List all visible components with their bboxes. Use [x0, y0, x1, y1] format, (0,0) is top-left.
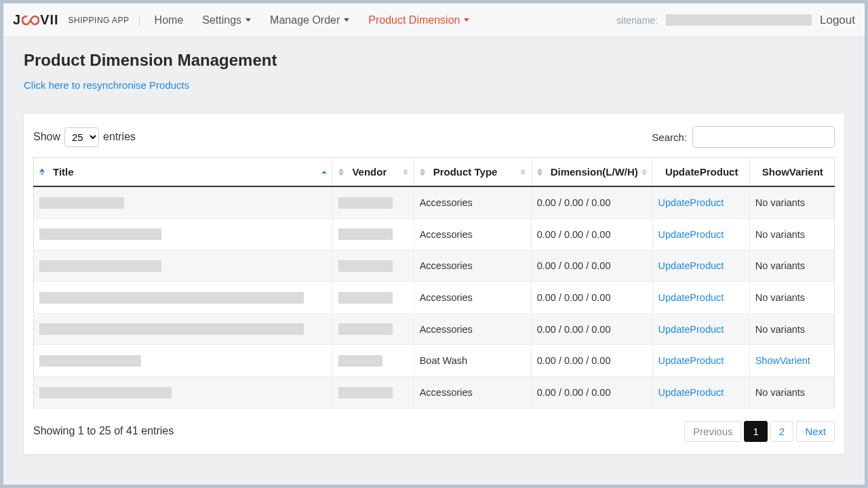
title-redacted — [39, 260, 161, 272]
vendor-redacted — [338, 260, 393, 272]
search-input[interactable] — [692, 126, 835, 148]
col-dim[interactable]: Dimension(L/W/H) — [531, 158, 652, 187]
nav-manage-order-label: Manage Order — [270, 14, 340, 26]
cell-product-type: Boat Wash — [414, 345, 531, 377]
col-show-variant-label: ShowVarient — [762, 166, 823, 178]
page-2[interactable]: 2 — [770, 421, 793, 442]
sort-icon — [537, 168, 542, 176]
col-update: UpdateProduct — [652, 158, 749, 187]
entries-info: Showing 1 to 25 of 41 entries — [33, 425, 174, 437]
sort-both-icon — [403, 169, 408, 175]
title-redacted — [39, 292, 304, 304]
cell-vendor — [333, 313, 414, 345]
chevron-down-icon — [245, 18, 251, 22]
logo-infinity-icon — [22, 15, 39, 26]
cell-variant: No variants — [749, 250, 834, 282]
cell-vendor — [333, 218, 414, 250]
nav-links: Home Settings Manage Order Product Dimen… — [146, 9, 478, 32]
vendor-redacted — [338, 323, 393, 335]
cell-vendor — [333, 377, 414, 409]
col-vendor[interactable]: Vendor — [333, 158, 414, 187]
update-product-link[interactable]: UpdateProduct — [652, 345, 749, 377]
page-prev[interactable]: Previous — [684, 421, 741, 442]
sort-icon — [39, 168, 45, 176]
cell-product-type: Accessories — [414, 313, 531, 345]
chevron-down-icon — [464, 18, 469, 22]
cell-title — [34, 313, 333, 345]
chevron-down-icon — [344, 18, 349, 22]
sort-icon — [338, 168, 344, 176]
nav-settings[interactable]: Settings — [194, 9, 259, 32]
vendor-redacted — [338, 228, 393, 240]
cell-title — [34, 186, 333, 218]
resync-link[interactable]: Click here to resynchronise Products — [24, 79, 844, 91]
update-product-link[interactable]: UpdateProduct — [652, 313, 749, 345]
col-title-label: Title — [53, 166, 74, 178]
page-next[interactable]: Next — [796, 421, 835, 442]
cell-product-type: Accessories — [414, 250, 531, 282]
sort-asc-icon — [321, 171, 327, 174]
vendor-redacted — [338, 292, 393, 304]
title-redacted — [39, 355, 141, 367]
col-title[interactable]: Title — [34, 158, 333, 187]
vendor-redacted — [338, 355, 382, 367]
title-redacted — [39, 387, 172, 399]
show-entries: Show 25 entries — [33, 127, 136, 147]
title-redacted — [39, 323, 304, 335]
update-product-link[interactable]: UpdateProduct — [652, 282, 749, 314]
update-product-link[interactable]: UpdateProduct — [652, 377, 749, 409]
table-row: Boat Wash0.00 / 0.00 / 0.00UpdateProduct… — [34, 345, 835, 377]
cell-title — [34, 282, 333, 314]
sitename-label: sitename: — [616, 15, 658, 26]
cell-dimension: 0.00 / 0.00 / 0.00 — [531, 313, 652, 345]
vendor-redacted — [338, 387, 393, 399]
table-card: Show 25 entries Search: — [24, 114, 844, 454]
entries-select[interactable]: 25 — [64, 127, 99, 147]
show-variant-link[interactable]: ShowVarient — [749, 345, 834, 377]
table-row: Accessories0.00 / 0.00 / 0.00UpdateProdu… — [34, 377, 835, 409]
app-label: SHIPPING APP — [68, 16, 140, 25]
logo: J VII — [13, 12, 59, 28]
cell-variant: No variants — [749, 377, 834, 409]
cell-dimension: 0.00 / 0.00 / 0.00 — [531, 345, 652, 377]
cell-variant: No variants — [749, 218, 834, 250]
sort-both-icon — [520, 169, 526, 175]
cell-product-type: Accessories — [414, 186, 531, 218]
cell-vendor — [333, 250, 414, 282]
cell-title — [34, 250, 333, 282]
nav-home[interactable]: Home — [146, 9, 192, 32]
update-product-link[interactable]: UpdateProduct — [652, 250, 749, 282]
title-redacted — [39, 228, 161, 240]
cell-vendor — [333, 186, 414, 218]
cell-product-type: Accessories — [414, 282, 531, 314]
col-vendor-label: Vendor — [352, 166, 387, 178]
cell-vendor — [333, 345, 414, 377]
sort-both-icon — [642, 169, 647, 175]
table-row: Accessories0.00 / 0.00 / 0.00UpdateProdu… — [34, 218, 835, 250]
col-dim-label: Dimension(L/W/H) — [551, 166, 638, 178]
sitename-value-redacted — [666, 14, 812, 26]
sort-icon — [420, 168, 425, 176]
pagination: Previous 1 2 Next — [684, 421, 835, 442]
cell-variant: No variants — [749, 282, 834, 314]
nav-settings-label: Settings — [202, 14, 241, 26]
nav-manage-order[interactable]: Manage Order — [262, 9, 357, 32]
col-update-label: UpdateProduct — [665, 166, 738, 178]
search-label: Search: — [652, 131, 687, 143]
cell-product-type: Accessories — [414, 218, 531, 250]
update-product-link[interactable]: UpdateProduct — [652, 218, 749, 250]
cell-product-type: Accessories — [414, 377, 531, 409]
table-row: Accessories0.00 / 0.00 / 0.00UpdateProdu… — [34, 282, 835, 314]
update-product-link[interactable]: UpdateProduct — [652, 186, 749, 218]
cell-dimension: 0.00 / 0.00 / 0.00 — [531, 186, 652, 218]
page-1[interactable]: 1 — [744, 421, 767, 442]
title-redacted — [39, 197, 124, 209]
navbar: J VII SHIPPING APP Home Settings Manage … — [3, 3, 865, 37]
logout-link[interactable]: Logout — [820, 14, 855, 27]
cell-dimension: 0.00 / 0.00 / 0.00 — [531, 377, 652, 409]
cell-title — [34, 345, 333, 377]
table-row: Accessories0.00 / 0.00 / 0.00UpdateProdu… — [34, 250, 835, 282]
vendor-redacted — [338, 197, 393, 209]
col-type[interactable]: Product Type — [414, 158, 531, 187]
nav-product-dimension[interactable]: Product Dimension — [360, 9, 477, 32]
